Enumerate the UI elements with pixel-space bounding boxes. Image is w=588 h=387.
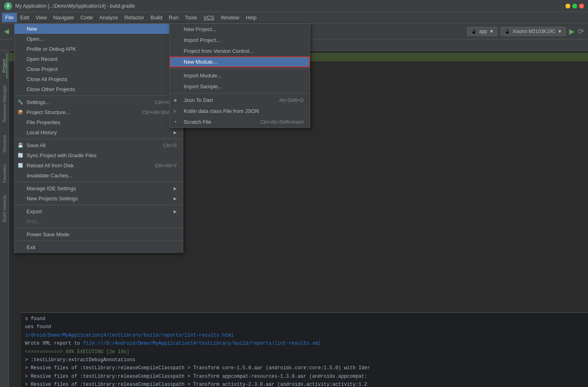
import-project-label: Import Project... — [184, 37, 221, 43]
open-label: Open... — [27, 36, 44, 42]
menu-export[interactable]: Export ▶ — [14, 206, 183, 216]
new-project-label: New Project... — [184, 26, 216, 32]
settings-label: Settings... — [27, 99, 50, 105]
kotlin-icon: K — [174, 109, 176, 114]
menu-settings[interactable]: 🔧 Settings... Ctrl+Alt+S — [14, 97, 183, 107]
sidebar-build-variants-label[interactable]: Build Variants — [2, 189, 7, 228]
separator-4 — [14, 205, 183, 205]
close-all-label: Close All Projects — [27, 76, 67, 82]
project-structure-icon: 📦 — [18, 110, 23, 115]
invalidate-label: Invalidate Caches... — [27, 173, 72, 179]
menu-new[interactable]: New ▶ — [14, 24, 183, 34]
close-project-label: Close Project — [27, 66, 58, 72]
new-module[interactable]: New Module... — [170, 56, 310, 67]
menu-close-project[interactable]: Close Project — [14, 64, 183, 74]
import-sample[interactable]: Import Sample... — [170, 81, 310, 92]
separator-1 — [14, 96, 183, 96]
reload-disk-shortcut: Ctrl+Alt+Y — [155, 163, 177, 169]
menu-exit[interactable]: Exit — [14, 242, 183, 252]
scratch-shortcut: Ctrl+Alt+Shift+Insert — [260, 119, 304, 125]
menu-sync-gradle[interactable]: 🔄 Sync Project with Gradle Files — [14, 150, 183, 160]
menu-edit[interactable]: Edit — [17, 13, 32, 22]
menu-invalidate-caches[interactable]: Invalidate Caches... — [14, 171, 183, 181]
profile-button[interactable]: ⟳ — [578, 27, 584, 36]
new-project[interactable]: New Project... — [170, 24, 310, 35]
menu-new-projects-settings[interactable]: New Projects Settings ▶ — [14, 194, 183, 204]
run-button[interactable]: ▶ — [569, 27, 575, 36]
menu-analyze[interactable]: Analyze — [96, 13, 121, 22]
window-title: My Application [...\Demo\MyApplication14… — [15, 3, 135, 9]
menu-open[interactable]: Open... — [14, 34, 183, 44]
scratch-file[interactable]: ✦ Scratch File Ctrl+Alt+Shift+Insert — [170, 117, 310, 127]
json-dart-label: Json To Dart — [184, 97, 213, 103]
menu-code[interactable]: Code — [77, 13, 96, 22]
sidebar-structure-label[interactable]: Structure — [2, 129, 7, 159]
menu-refactor[interactable]: Refactor — [121, 13, 147, 22]
app-combo-label: app — [479, 29, 487, 34]
device-selector[interactable]: 📱 Xiaomi M2103K19C ▼ — [501, 27, 566, 36]
power-save-label: Power Save Mode — [27, 231, 69, 237]
sidebar-project-label[interactable]: Project — [2, 53, 7, 79]
menu-file-properties[interactable]: File Properties ▶ — [14, 117, 183, 127]
print-label: Print... — [27, 218, 42, 225]
menu-reload-disk[interactable]: 🔃 Reload All from Disk Ctrl+Alt+Y — [14, 160, 183, 171]
minimize-button[interactable] — [565, 4, 570, 8]
lint-html-link[interactable]: irdroid/Demo/MyApplication14/testLibrary… — [25, 333, 234, 338]
import-project[interactable]: Import Project... — [170, 35, 310, 46]
menu-save-all[interactable]: 💾 Save All Ctrl+S — [14, 140, 183, 150]
menu-vcs[interactable]: VCS — [200, 13, 217, 22]
save-all-shortcut: Ctrl+S — [163, 143, 177, 148]
menu-view[interactable]: View — [32, 13, 50, 22]
sidebar-resource-label[interactable]: Resource Manager — [2, 79, 7, 129]
app-selector[interactable]: 📱 app ▼ — [467, 27, 497, 36]
menu-power-save[interactable]: Power Save Mode — [14, 229, 183, 239]
project-vcs-label: Project from Version Control... — [184, 48, 253, 54]
manage-ide-label: Manage IDE Settings — [27, 185, 76, 191]
menu-project-structure[interactable]: 📦 Project Structure... Ctrl+Alt+Shift+S — [14, 107, 183, 117]
android-icon: 📱 — [471, 29, 477, 34]
app-icon: A — [4, 2, 12, 10]
menu-manage-ide[interactable]: Manage IDE Settings ▶ — [14, 183, 183, 194]
menubar: File Edit View Navigate Code Analyze Ref… — [0, 12, 588, 23]
bottom-panel: s found ues found irdroid/Demo/MyApplica… — [21, 312, 588, 387]
close-button[interactable] — [579, 4, 584, 8]
menu-print: Print... — [14, 216, 183, 227]
separator-6 — [14, 241, 183, 241]
exit-label: Exit — [27, 244, 35, 250]
new-submenu-sep-1 — [170, 69, 310, 69]
maximize-button[interactable] — [572, 4, 577, 8]
menu-run[interactable]: Run — [166, 13, 182, 22]
menu-close-all[interactable]: Close All Projects — [14, 74, 183, 84]
menu-help[interactable]: Help — [242, 13, 260, 22]
menu-navigate[interactable]: Navigate — [50, 13, 77, 22]
menu-file[interactable]: File — [2, 13, 17, 22]
menu-close-other[interactable]: Close Other Projects — [14, 84, 183, 94]
sync-gradle-label: Sync Project with Gradle Files — [27, 152, 96, 158]
sync-gradle-icon: 🔄 — [18, 153, 23, 158]
sidebar-favorites-label[interactable]: Favorites — [2, 158, 7, 189]
bottom-line-3: irdroid/Demo/MyApplication14/testLibrary… — [25, 331, 584, 339]
project-from-vcs[interactable]: Project from Version Control... — [170, 46, 310, 56]
export-arrow: ▶ — [174, 209, 177, 214]
nav-back-icon[interactable]: ◀ — [4, 27, 9, 35]
window-controls — [565, 4, 584, 8]
menu-open-recent[interactable]: Open Recent ▶ — [14, 54, 183, 64]
import-module[interactable]: Import Module... — [170, 70, 310, 81]
menu-window[interactable]: Window — [217, 13, 242, 22]
scratch-icon: ✦ — [174, 119, 177, 125]
manage-ide-arrow: ▶ — [174, 186, 177, 191]
file-properties-label: File Properties — [27, 119, 60, 125]
lint-xml-link[interactable]: file:///D:/Android/Demo/MyApplication14/… — [83, 341, 321, 346]
menu-local-history[interactable]: Local History ▶ — [14, 127, 183, 137]
menu-build[interactable]: Build — [147, 13, 166, 22]
menu-tools[interactable]: Tools — [182, 13, 200, 22]
menu-profile-debug[interactable]: Profile or Debug APK — [14, 44, 183, 54]
kotlin-data-class[interactable]: K Kotlin data class File from JSON — [170, 106, 310, 117]
device-combo-label: Xiaomi M2103K19C — [512, 29, 555, 34]
json-to-dart[interactable]: ◆ Json To Dart Alt+Shift+D — [170, 95, 310, 106]
separator-5 — [14, 228, 183, 228]
new-projects-settings-arrow: ▶ — [174, 196, 177, 201]
phone-icon: 📱 — [504, 29, 510, 34]
device-combo-arrow: ▼ — [557, 29, 562, 34]
titlebar: A My Application [...\Demo\MyApplication… — [0, 0, 588, 12]
